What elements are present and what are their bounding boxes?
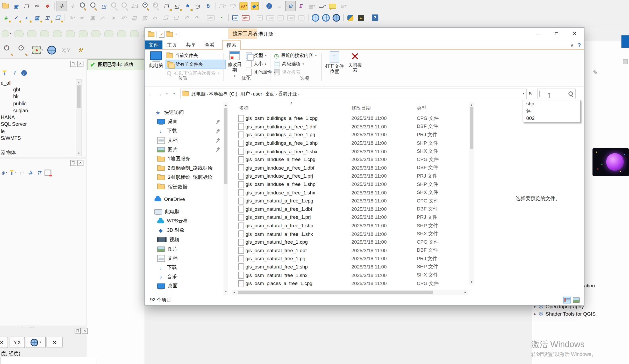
breadcrumb-segment[interactable]: 此电脑 xyxy=(191,90,207,97)
nav-desktop[interactable]: 桌面 xyxy=(145,282,224,291)
geoprocessing-tool-icon[interactable] xyxy=(40,29,50,38)
geoprocessing-tool-icon[interactable] xyxy=(53,29,62,38)
nav-3d-objects[interactable]: ◆ 3D 对象 xyxy=(145,226,224,235)
current-folder-button[interactable]: 当前文件夹 xyxy=(165,51,226,60)
breadcrumb-segment[interactable]: 用户 xyxy=(239,90,251,97)
file-row[interactable]: gis_osm_natural_free_1.cpg 2025/3/18 11:… xyxy=(235,238,469,246)
processing-toolbox-icon[interactable]: ⚙ xyxy=(285,1,296,11)
highlight-labels-icon[interactable]: abc xyxy=(241,13,251,23)
zoom-in-icon[interactable]: + xyxy=(78,1,88,11)
nav-desktop-pinned[interactable]: 桌面 xyxy=(145,117,224,126)
file-row[interactable]: gis_osm_natural_free_1.prj 2025/3/18 11:… xyxy=(235,254,469,263)
search-suggestion-item[interactable]: shp xyxy=(523,100,580,107)
tree-item-qiwuti[interactable]: 器物体 xyxy=(0,149,76,156)
sort-indicator-icon[interactable]: ∧ xyxy=(290,102,293,105)
show-statistics-icon[interactable]: Σ xyxy=(296,1,306,11)
nav-folder-route-drawing[interactable]: 2图形绘制_路线标绘 xyxy=(145,164,224,173)
file-row[interactable]: gis_osm_natural_free_1.shp 2025/3/18 11:… xyxy=(235,263,469,271)
close-panel-icon[interactable]: ✕ xyxy=(77,160,83,166)
save-project-icon[interactable]: ▣ xyxy=(11,1,21,11)
nav-downloads[interactable]: ↓ 下载 xyxy=(145,263,224,272)
file-row[interactable]: gis_osm_natural_a_free_1.cpg 2025/3/18 1… xyxy=(235,197,469,205)
statistical-summary-icon[interactable]: ≣ xyxy=(275,1,284,11)
geoprocessing-tool-icon[interactable] xyxy=(130,29,140,38)
map-canvas[interactable] xyxy=(87,59,144,364)
move-feature-icon[interactable]: ➤ xyxy=(109,13,118,23)
tree-item-sql-server[interactable]: SQL Server xyxy=(0,121,76,128)
geoprocessing-tool-icon[interactable] xyxy=(79,29,88,38)
locator-settings-icon[interactable]: ⚙▾ xyxy=(338,1,348,11)
save-edits-icon[interactable]: ▣ xyxy=(88,13,97,23)
up-button[interactable]: ↑ xyxy=(170,91,178,97)
globe-view-icon[interactable] xyxy=(46,44,58,56)
float-panel-icon[interactable]: ❐ xyxy=(70,160,76,166)
forward-button[interactable]: → xyxy=(155,91,164,97)
expand-all-icon[interactable]: ⇊ xyxy=(26,168,34,176)
remove-layer-icon[interactable] xyxy=(44,168,52,176)
file-row[interactable]: gis_osm_landuse_a_free_1.prj 2025/3/18 1… xyxy=(235,172,469,180)
horizontal-scrollbar[interactable]: ◂ ▸ xyxy=(231,290,468,295)
geoprocessing-tool-icon[interactable] xyxy=(91,29,101,38)
digitize-line-icon[interactable]: ∕▾ xyxy=(98,13,108,23)
style-manager-icon[interactable]: ❖ xyxy=(42,1,52,11)
recent-locations-icon[interactable]: ▾ xyxy=(164,92,170,96)
project-properties-icon[interactable]: ✑ xyxy=(32,1,42,11)
file-row[interactable]: gis_osm_landuse_a_free_1.dbf 2025/3/18 1… xyxy=(235,164,469,172)
new-temporary-layer-icon[interactable]: ➣ xyxy=(22,13,31,23)
browser-scrollbar[interactable]: ▴ ▾ xyxy=(76,79,82,156)
refresh-map-icon[interactable]: ↻ xyxy=(203,1,213,11)
extent-selector-icon[interactable]: ▾ xyxy=(31,44,43,56)
scroll-right-icon[interactable]: ▸ xyxy=(463,291,467,294)
new-geopackage-layer-icon[interactable]: ◈ xyxy=(1,13,10,23)
identify-features-icon[interactable]: i xyxy=(264,1,274,11)
address-dropdown-icon[interactable]: ▾ xyxy=(523,92,524,95)
layer-styling-icon[interactable]: ◈▾ xyxy=(0,168,8,176)
scroll-down-icon[interactable]: ▾ xyxy=(469,280,474,284)
tree-item-public[interactable]: public xyxy=(0,100,76,107)
advanced-options-button[interactable]: 高级选项▾ xyxy=(272,60,327,68)
collapse-all-icon[interactable]: ⇈ xyxy=(35,168,43,176)
scroll-up-icon[interactable]: ▴ xyxy=(223,103,228,107)
tree-item-suqian[interactable]: suqian xyxy=(0,107,76,114)
zoom-last-icon[interactable]: ◂ xyxy=(141,1,151,11)
filter-legend-icon[interactable]: ▾ xyxy=(9,168,17,176)
folder-icon[interactable] xyxy=(148,32,154,37)
file-row[interactable]: gis_osm_landuse_a_free_1.cpg 2025/3/18 1… xyxy=(235,156,469,164)
nav-onedrive[interactable]: OneDrive xyxy=(145,195,224,204)
coordinate-settings-button[interactable]: ⚒ xyxy=(47,337,63,348)
search-icon[interactable] xyxy=(568,91,574,97)
toggle-editing-icon[interactable]: ✏ xyxy=(77,13,87,23)
scroll-down-icon[interactable]: ▾ xyxy=(76,151,81,155)
tab-share[interactable]: 共享 xyxy=(181,40,200,49)
new-shapefile-layer-icon[interactable]: ✔ xyxy=(11,13,21,23)
annotation-icon[interactable]: abc xyxy=(206,13,216,23)
label-visibility-icon[interactable]: abc xyxy=(266,13,275,23)
current-edits-icon[interactable]: ✎▾ xyxy=(67,13,77,23)
nav-pictures[interactable]: 图片 xyxy=(145,244,224,254)
crs-globe-button[interactable]: ▾ xyxy=(26,337,46,348)
layout-manager-icon[interactable]: ❏ xyxy=(22,1,31,11)
move-label-icon[interactable]: ab xyxy=(276,13,285,23)
attribute-table-icon[interactable]: ▦▾ xyxy=(307,1,317,11)
geoprocessing-tool-icon[interactable] xyxy=(104,29,114,38)
scrollbar-thumb[interactable] xyxy=(77,85,81,108)
scroll-up-icon[interactable]: ▴ xyxy=(76,81,81,84)
filter-expression-icon[interactable]: ε▾ xyxy=(18,168,26,176)
open-project-icon[interactable] xyxy=(1,1,10,11)
breadcrumb-segment[interactable]: 桌面 xyxy=(265,90,276,97)
maximize-button[interactable]: □ xyxy=(548,28,566,39)
redo-icon[interactable]: ↷ xyxy=(192,13,202,23)
select-by-location-icon[interactable]: ◆▾ xyxy=(251,2,259,10)
column-header-type[interactable]: 类型 xyxy=(417,105,426,111)
tab-home[interactable]: 主页 xyxy=(162,40,181,49)
nav-documents[interactable]: 文档 xyxy=(145,254,224,263)
copy-features-icon[interactable]: ❐ xyxy=(161,13,170,23)
address-box[interactable]: 此电脑›本地磁盘 (C:)›用户›user›桌面›香港开源› ▾ xyxy=(180,89,527,99)
file-row[interactable]: gis_osm_buildings_a_free_1.prj 2025/3/18… xyxy=(235,131,469,139)
details-view-button[interactable] xyxy=(563,297,571,303)
tree-item-d-all[interactable]: d_all xyxy=(0,79,76,86)
file-row[interactable]: gis_osm_natural_free_1.dbf 2025/3/18 11:… xyxy=(235,246,469,255)
scroll-up-icon[interactable]: ▴ xyxy=(469,103,474,107)
float-panel-icon[interactable]: ❐ xyxy=(70,61,76,67)
nav-pictures-pinned[interactable]: 图片 xyxy=(145,145,224,154)
